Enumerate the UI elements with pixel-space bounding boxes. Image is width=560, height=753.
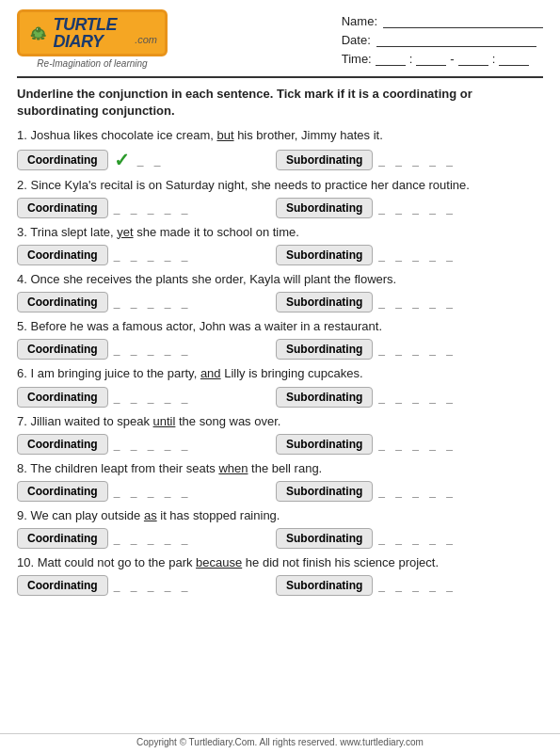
date-row: Date: [342, 32, 543, 47]
question-5: 5. Before he was a famous actor, John wa… [17, 318, 543, 360]
coordinating-button-1[interactable]: Coordinating [17, 150, 108, 170]
time-label: Time: [342, 52, 372, 66]
subordinating-button-10[interactable]: Subordinating [276, 575, 373, 596]
coord-section-2: Coordinating_ _ _ _ _ [17, 198, 266, 218]
subord-section-7: Subordinating_ _ _ _ _ [276, 434, 456, 455]
coord-section-1: Coordinating✓_ _ [17, 149, 266, 171]
subordinating-button-7[interactable]: Subordinating [276, 434, 373, 455]
subordinating-button-6[interactable]: Subordinating [276, 387, 373, 408]
coord-dashes-3: _ _ _ _ _ [114, 248, 192, 262]
coordinating-button-8[interactable]: Coordinating [17, 481, 108, 502]
answer-row-10: Coordinating_ _ _ _ _Subordinating_ _ _ … [17, 575, 543, 596]
question-text-4: 4. Once she receives the plants she orde… [17, 271, 543, 288]
question-7: 7. Jillian waited to speak until the son… [17, 413, 543, 455]
underlined-word: but [216, 128, 233, 142]
q-number: 5. [17, 319, 27, 333]
coordinating-button-4[interactable]: Coordinating [17, 292, 108, 312]
subord-section-2: Subordinating_ _ _ _ _ [276, 198, 456, 218]
coordinating-button-2[interactable]: Coordinating [17, 198, 108, 218]
q-number: 7. [17, 414, 27, 428]
subord-dashes-8: _ _ _ _ _ [378, 485, 456, 498]
underlined-word: as [144, 508, 157, 522]
underlined-word: and [200, 366, 221, 380]
answer-row-1: Coordinating✓_ _Subordinating_ _ _ _ _ [17, 149, 543, 171]
coord-checkmark-1: ✓ [114, 149, 130, 171]
subord-section-6: Subordinating_ _ _ _ _ [276, 387, 456, 408]
question-text-1: 1. Joshua likes chocolate ice cream, but… [17, 127, 543, 144]
time-h2 [458, 51, 488, 66]
time-h1 [376, 51, 406, 66]
time-colon1: : [409, 52, 413, 66]
header-divider [17, 76, 543, 78]
coord-dashes-9: _ _ _ _ _ [114, 532, 192, 545]
question-10: 10. Matt could not go to the park becaus… [17, 554, 543, 596]
subordinating-button-8[interactable]: Subordinating [276, 481, 373, 502]
coord-section-10: Coordinating_ _ _ _ _ [17, 575, 266, 596]
answer-row-3: Coordinating_ _ _ _ _Subordinating_ _ _ … [17, 245, 543, 265]
time-row: Time: : - : [342, 51, 543, 66]
subordinating-button-3[interactable]: Subordinating [276, 245, 373, 265]
answer-row-4: Coordinating_ _ _ _ _Subordinating_ _ _ … [17, 292, 543, 312]
subord-section-1: Subordinating_ _ _ _ _ [276, 150, 456, 170]
question-4: 4. Once she receives the plants she orde… [17, 271, 543, 312]
subordinating-button-4[interactable]: Subordinating [276, 292, 373, 312]
subordinating-button-1[interactable]: Subordinating [276, 150, 373, 170]
name-fields: Name: Date: Time: : - : [342, 9, 543, 66]
coordinating-button-3[interactable]: Coordinating [17, 245, 108, 265]
logo-tagline: Re-Imagination of learning [37, 58, 147, 69]
subordinating-button-5[interactable]: Subordinating [276, 339, 373, 360]
name-input-line [383, 13, 543, 28]
coord-section-7: Coordinating_ _ _ _ _ [17, 434, 266, 455]
time-m1 [416, 51, 446, 66]
svg-point-3 [37, 28, 38, 29]
coordinating-button-6[interactable]: Coordinating [17, 387, 108, 408]
subord-dashes-1: _ _ _ _ _ [378, 153, 456, 167]
coord-section-4: Coordinating_ _ _ _ _ [17, 292, 266, 312]
coord-dashes-2: _ _ _ _ _ [114, 201, 192, 215]
question-text-6: 6. I am bringing juice to the party, and… [17, 365, 543, 382]
subord-dashes-7: _ _ _ _ _ [378, 438, 456, 451]
subordinating-button-2[interactable]: Subordinating [276, 198, 373, 218]
logo-text-group: TURTLE DIARY .com [53, 16, 157, 50]
question-text-3: 3. Trina slept late, yet she made it to … [17, 224, 543, 241]
subord-section-10: Subordinating_ _ _ _ _ [276, 575, 456, 596]
logo-area: TURTLE DIARY .com Re-Imagination of lear… [17, 9, 168, 69]
subordinating-button-9[interactable]: Subordinating [276, 528, 373, 549]
logo-box: TURTLE DIARY .com [17, 9, 168, 56]
coord-dashes-10: _ _ _ _ _ [114, 579, 192, 592]
answer-row-5: Coordinating_ _ _ _ _Subordinating_ _ _ … [17, 339, 543, 360]
q-number: 9. [17, 508, 27, 522]
question-8: 8. The children leapt from their seats w… [17, 460, 543, 502]
question-text-9: 9. We can play outside as it has stopped… [17, 507, 543, 524]
answer-row-9: Coordinating_ _ _ _ _Subordinating_ _ _ … [17, 528, 543, 549]
coord-dashes-5: _ _ _ _ _ [114, 343, 192, 356]
question-text-5: 5. Before he was a famous actor, John wa… [17, 318, 543, 335]
coord-section-9: Coordinating_ _ _ _ _ [17, 528, 266, 549]
subord-section-8: Subordinating_ _ _ _ _ [276, 481, 456, 502]
footer: Copyright © Turtlediary.Com. All rights … [0, 733, 560, 747]
coord-section-5: Coordinating_ _ _ _ _ [17, 339, 266, 360]
subord-section-5: Subordinating_ _ _ _ _ [276, 339, 456, 360]
coordinating-button-10[interactable]: Coordinating [17, 575, 108, 596]
coordinating-button-5[interactable]: Coordinating [17, 339, 108, 360]
svg-point-2 [36, 27, 41, 33]
subord-dashes-3: _ _ _ _ _ [378, 248, 456, 262]
question-9: 9. We can play outside as it has stopped… [17, 507, 543, 549]
logo-brand: TURTLE DIARY [53, 16, 133, 50]
date-label: Date: [342, 33, 371, 47]
turtle-icon [27, 21, 49, 45]
question-1: 1. Joshua likes chocolate ice cream, but… [17, 127, 543, 170]
instructions-text: Underline the conjunction in each senten… [17, 86, 543, 120]
subord-dashes-9: _ _ _ _ _ [378, 532, 456, 545]
answer-row-8: Coordinating_ _ _ _ _Subordinating_ _ _ … [17, 481, 543, 502]
question-3: 3. Trina slept late, yet she made it to … [17, 224, 543, 265]
answer-row-6: Coordinating_ _ _ _ _Subordinating_ _ _ … [17, 387, 543, 408]
coordinating-button-7[interactable]: Coordinating [17, 434, 108, 455]
coord-dashes-7: _ _ _ _ _ [114, 438, 192, 451]
subord-dashes-4: _ _ _ _ _ [378, 296, 456, 309]
subord-dashes-10: _ _ _ _ _ [378, 579, 456, 592]
coord-section-6: Coordinating_ _ _ _ _ [17, 387, 266, 408]
coordinating-button-9[interactable]: Coordinating [17, 528, 108, 549]
question-2: 2. Since Kyla's recital is on Saturday n… [17, 177, 543, 218]
svg-point-8 [37, 38, 40, 40]
